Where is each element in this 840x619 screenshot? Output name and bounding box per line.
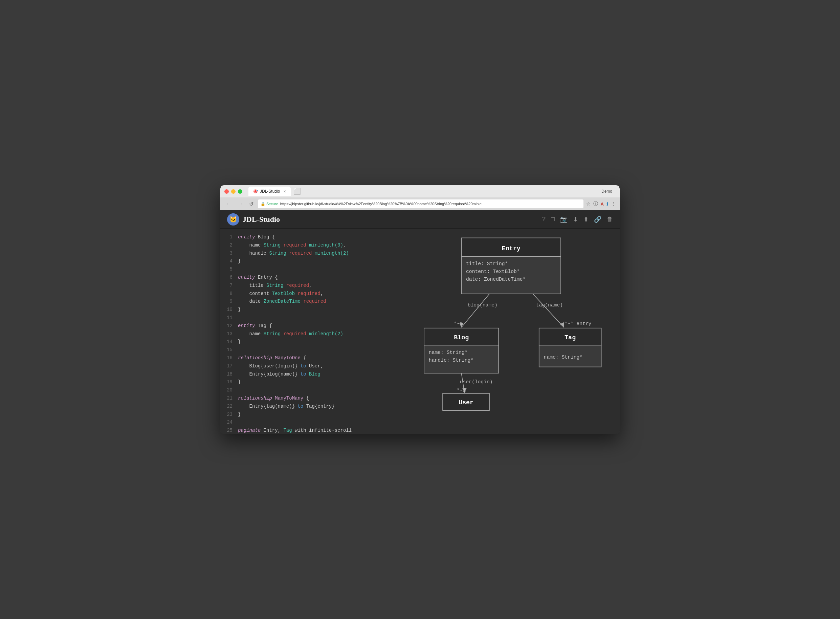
line-number: 17 — [223, 362, 233, 371]
line-number: 22 — [223, 403, 233, 411]
code-content: entity Entry { — [238, 274, 391, 282]
code-content: name String required minlength(3), — [238, 241, 391, 250]
code-line-13: 13 name String required minlength(2) — [220, 330, 396, 338]
code-content — [238, 266, 391, 274]
code-content: relationship ManyToOne { — [238, 354, 391, 362]
code-content: name String required minlength(2) — [238, 330, 391, 338]
code-line-12: 12 entity Tag { — [220, 322, 396, 330]
info-circle-icon[interactable]: ⓘ — [593, 201, 598, 207]
code-content: relationship ManyToMany { — [238, 395, 391, 403]
browser-window: 🎯 JDL-Studio ✕ ⬜ Demo ← → ↺ 🔒 Secure htt… — [220, 185, 620, 434]
link-icon[interactable]: 🔗 — [594, 216, 601, 223]
demo-label: Demo — [598, 188, 616, 195]
code-content: entity Blog { — [238, 233, 391, 241]
code-line-19: 19 } — [220, 378, 396, 386]
code-line-16: 16 relationship ManyToOne { — [220, 354, 396, 362]
line-number: 9 — [223, 298, 233, 306]
entry-field-2: content: TextBlob* — [466, 269, 520, 274]
line-number: 15 — [223, 346, 233, 354]
app-logo: 🐱 JDL-Studio — [227, 213, 280, 226]
code-line-24: 24 — [220, 419, 396, 427]
code-content: handle String required minlength(2) — [238, 250, 391, 258]
entry-title: Entry — [502, 245, 521, 252]
browser-toolbar: ← → ↺ 🔒 Secure https://jhipster.github.i… — [220, 197, 620, 210]
code-line-20: 20 — [220, 386, 396, 395]
trash-icon[interactable]: 🗑 — [607, 216, 613, 223]
line-number: 21 — [223, 395, 233, 403]
tab-close-button[interactable]: ✕ — [283, 190, 286, 193]
tag-multiplicity-label: *-* entry — [564, 321, 592, 326]
code-line-7: 7 title String required, — [220, 282, 396, 290]
entry-field-1: title: String* — [466, 261, 508, 266]
help-icon[interactable]: ? — [542, 216, 546, 223]
code-content: title String required, — [238, 282, 391, 290]
user-multiplicity-label: *-1 — [457, 388, 466, 393]
code-line-11: 11 — [220, 314, 396, 322]
tab-icon: 🎯 — [253, 189, 258, 194]
tablet-icon[interactable]: □ — [551, 216, 555, 223]
line-number: 18 — [223, 371, 233, 378]
code-line-25: 25 paginate Entry, Tag with infinite-scr… — [220, 427, 396, 434]
code-content: } — [238, 257, 391, 266]
line-number: 2 — [223, 241, 233, 250]
minimize-button[interactable] — [231, 189, 236, 194]
code-line-23: 23 } — [220, 411, 396, 419]
lastpass-icon[interactable]: A — [601, 202, 604, 206]
menu-icon[interactable]: ⋮ — [611, 201, 616, 206]
line-number: 14 — [223, 338, 233, 346]
line-number: 7 — [223, 282, 233, 290]
maximize-button[interactable] — [238, 189, 242, 194]
line-number: 8 — [223, 290, 233, 298]
code-content: date ZonedDateTime required — [238, 298, 391, 306]
extension-icon[interactable]: ℹ — [606, 201, 608, 206]
browser-titlebar: 🎯 JDL-Studio ✕ ⬜ Demo — [220, 185, 620, 197]
traffic-lights — [224, 189, 242, 194]
tag-title: Tag — [564, 334, 576, 341]
line-number: 1 — [223, 233, 233, 241]
line-number: 19 — [223, 378, 233, 386]
code-content — [238, 314, 391, 322]
code-line-3: 3 handle String required minlength(2) — [220, 250, 396, 258]
code-content — [238, 346, 391, 354]
download-icon[interactable]: ⬇ — [573, 216, 578, 223]
blog-field-2: handle: String* — [429, 357, 473, 363]
code-content: } — [238, 411, 391, 419]
browser-toolbar-icons: ☆ ⓘ A ℹ ⋮ — [586, 201, 616, 207]
code-content: Entry{blog(name)} to Blog — [238, 371, 391, 378]
blog-title: Blog — [454, 334, 469, 341]
code-content: content TextBlob required, — [238, 290, 391, 298]
code-content: } — [238, 378, 391, 386]
secure-badge: 🔒 Secure — [261, 202, 278, 206]
upload-icon[interactable]: ⬆ — [583, 216, 589, 223]
code-content: Entry{tag(name)} to Tag{entry} — [238, 403, 391, 411]
bookmark-icon[interactable]: ☆ — [586, 201, 591, 206]
close-button[interactable] — [224, 189, 229, 194]
code-editor[interactable]: 1 entity Blog { 2 name String required m… — [220, 229, 396, 434]
logo-icon: 🐱 — [227, 213, 239, 226]
line-number: 23 — [223, 411, 233, 419]
address-bar[interactable]: 🔒 Secure https://jhipster.github.io/jdl-… — [258, 199, 583, 208]
active-tab[interactable]: 🎯 JDL-Studio ✕ — [248, 187, 291, 196]
tag-field-1: name: String* — [544, 354, 583, 360]
back-button[interactable]: ← — [224, 200, 233, 208]
entry-to-blog-line — [461, 294, 489, 327]
line-number: 16 — [223, 354, 233, 362]
refresh-button[interactable]: ↺ — [248, 200, 255, 208]
code-content: } — [238, 338, 391, 346]
forward-button[interactable]: → — [236, 200, 245, 208]
line-number: 20 — [223, 386, 233, 395]
line-number: 4 — [223, 257, 233, 266]
new-tab-button[interactable]: ⬜ — [291, 186, 304, 196]
code-content: Blog{user(login)} to User, — [238, 362, 391, 371]
plain-text: Blog { — [255, 234, 275, 240]
code-line-1: 1 entity Blog { — [220, 233, 396, 241]
camera-icon[interactable]: 📷 — [560, 216, 568, 223]
code-content: paginate Entry, Tag with infinite-scroll — [238, 427, 391, 434]
code-line-5: 5 — [220, 266, 396, 274]
entry-to-tag-line — [533, 294, 564, 327]
code-line-15: 15 — [220, 346, 396, 354]
code-line-2: 2 name String required minlength(3), — [220, 241, 396, 250]
code-line-9: 9 date ZonedDateTime required — [220, 298, 396, 306]
url-display: https://jhipster.github.io/jdl-studio/#!… — [280, 202, 581, 206]
line-number: 12 — [223, 322, 233, 330]
